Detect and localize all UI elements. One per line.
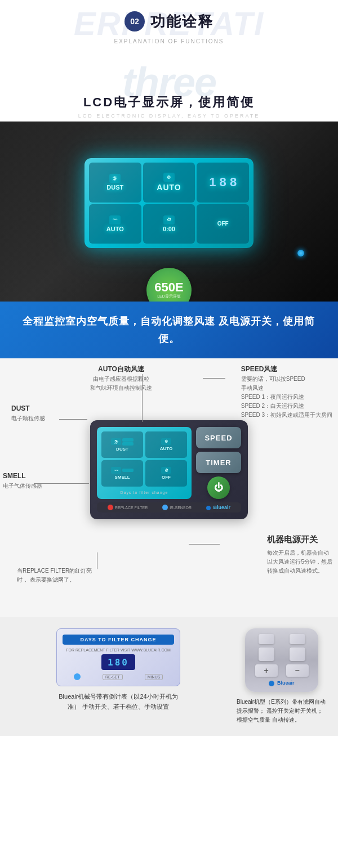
ir-sensor-indicator: IR-SENSOR: [162, 505, 192, 510]
lcd-image-area: 🌫 DUST ⚙ AUTO 1 8 8 〰 AUTO ⏱ 0:00 OFF 65…: [0, 122, 338, 302]
control-lcd-area: 🌫 DUST ⚙ AUTO 〰: [97, 427, 192, 499]
remote-top-buttons: [251, 634, 313, 644]
ctrl-auto-label: AUTO: [160, 446, 173, 451]
diagram-section: AUTO自动风速 由电子感应器根据颗粒和气味环境自动控制风速 DUST 电子颗粒…: [0, 358, 338, 617]
smell-icon: 〰: [109, 215, 121, 224]
speed-annotation: SPEED风速 需要的话，可以按SPEED手动风速SPEED 1：夜间运行风速S…: [241, 364, 332, 420]
control-panel: 🌫 DUST ⚙ AUTO 〰: [90, 420, 248, 519]
power-line: [189, 544, 220, 545]
remote-btn-3[interactable]: [259, 647, 274, 661]
filter-counter-display: 180: [101, 654, 135, 670]
power-annotation: 机器电源开关 每次开启后，机器会自动以大风速运行5分钟，然后转换成自动风速模式。: [267, 533, 332, 575]
ctrl-dust-cell: 🌫 DUST: [101, 431, 143, 458]
filter-line: [97, 552, 97, 569]
header-title: 功能诠释: [150, 12, 214, 32]
smell-annotation: SMELL 电子气体传感器: [3, 471, 42, 491]
ctrl-auto-cell: ⚙ AUTO: [145, 431, 187, 458]
lcd-panel: 🌫 DUST ⚙ AUTO 1 8 8 〰 AUTO ⏱ 0:00 OFF: [84, 158, 254, 248]
filter-counter-device: DAYS TO FILTER CHANGE FOR REPLACEMENT FI…: [56, 628, 180, 686]
header-section: ERPRETATI 02 功能诠释 EXPLANATION OF FUNCTIO…: [0, 0, 338, 56]
remote-blueair-logo: Blueair: [251, 680, 313, 686]
power-button[interactable]: ⏻: [207, 476, 230, 499]
dust-line: [59, 419, 87, 420]
blueair-logo-ctrl: Blueair: [206, 505, 230, 510]
speed-desc: 需要的话，可以按SPEED手动风速SPEED 1：夜间运行风速SPEED 2：白…: [241, 375, 332, 420]
ctrl-dust-label: DUST: [116, 447, 128, 452]
filter-indicator-dot: [74, 673, 81, 680]
bottom-right-description: Blueair机型（E系列）带有滤网自动提示报警； 遥控开关定时开关机；根据空气…: [237, 698, 327, 725]
remote-btn-4[interactable]: [290, 647, 305, 661]
smell-title: SMELL: [3, 471, 42, 482]
ir-blue-led: [162, 505, 168, 510]
header-subtitle: EXPLANATION OF FUNCTIONS: [11, 38, 327, 44]
remote-mid-buttons: [251, 647, 313, 661]
control-right-buttons: SPEED TIMER ⏻: [196, 427, 241, 499]
smell-line: [34, 483, 89, 484]
auto-line: [142, 374, 143, 422]
three-section: three LCD电子显示屏，使用简便 LCD ELECTRONIC DISPL…: [0, 56, 338, 122]
three-title: LCD电子显示屏，使用简便: [11, 94, 327, 111]
speed-line: [203, 378, 225, 379]
ctrl-smell-cell: 〰 SMELL: [101, 460, 143, 487]
model-badge: 650E LED显示屏版: [146, 268, 192, 302]
smell-label: AUTO: [106, 226, 124, 232]
timer-button[interactable]: TIMER: [196, 452, 241, 473]
section-badge: 02 功能诠释: [124, 11, 214, 32]
auto-title: AUTO自动风速: [90, 364, 152, 375]
filter-counter-label: DAYS TO FILTER CHANGE: [63, 635, 174, 645]
remote-minus-btn[interactable]: −: [286, 664, 309, 677]
filter-note: 当REPLACE FILTER的红灯亮时， 表示要换滤网了。: [17, 566, 101, 584]
remote-control-device: + − Blueair: [245, 628, 318, 692]
dust-desc: 电子颗粒传感: [11, 414, 45, 423]
ctrl-off-cell: ⏱ OFF: [145, 460, 187, 487]
lcd-off-cell: OFF: [197, 204, 249, 244]
bottom-left-description: Blueair机械号带有倒计表（以24小时开机为准） 手动开关、若干档位、手动设…: [56, 692, 180, 712]
replace-filter-indicator: REPLACE FILTER: [108, 505, 148, 510]
speed-title: SPEED风速: [241, 364, 332, 375]
ir-sensor-label: IR-SENSOR: [170, 506, 192, 510]
filter-bottom-row: RE-SET MINUS: [63, 673, 174, 680]
ctrl-smell-label: SMELL: [114, 475, 130, 480]
remote-plus-minus: + −: [251, 664, 313, 677]
ctrl-timer-icon: ⏱: [161, 467, 171, 474]
ctrl-smell-icon: 〰: [111, 467, 121, 474]
filter-minus-btn[interactable]: MINUS: [145, 674, 163, 680]
power-title: 机器电源开关: [267, 533, 332, 546]
lcd-auto-cell: ⚙ AUTO: [143, 163, 195, 203]
replace-filter-label: REPLACE FILTER: [115, 506, 148, 510]
dust-title: DUST: [11, 403, 45, 414]
speed-button[interactable]: SPEED: [196, 427, 241, 448]
power-desc: 每次开启后，机器会自动以大风速运行5分钟，然后转换成自动风速模式。: [267, 548, 332, 575]
dust-annotation: DUST 电子颗粒传感: [11, 403, 45, 423]
bottom-left: DAYS TO FILTER CHANGE FOR REPLACEMENT FI…: [11, 628, 225, 712]
auto-desc: 由电子感应器根据颗粒和气味环境自动控制风速: [90, 375, 152, 393]
lcd-smell-cell: 〰 AUTO: [89, 204, 141, 244]
blue-banner: 全程监控室内空气质量，自动化调整风速 及电源开关，使用简便。: [0, 302, 338, 358]
ctrl-fan-icon: ⚙: [161, 438, 171, 445]
filter-annotation: 当REPLACE FILTER的红灯亮时， 表示要换滤网了。: [17, 566, 101, 584]
control-bottom-bar: REPLACE FILTER IR-SENSOR Blueair: [97, 502, 241, 512]
lcd-number-cell: 1 8 8: [197, 163, 249, 203]
days-label: Days to filter change: [101, 491, 187, 494]
svg-point-0: [206, 506, 211, 510]
lcd-dust-cell: 🌫 DUST: [89, 163, 141, 203]
model-number: 650E: [154, 281, 183, 294]
remote-plus-btn[interactable]: +: [255, 664, 278, 677]
three-subtitle: LCD ELECTRONIC DISPLAY, EASY TO OPERATE: [11, 113, 327, 119]
remote-btn-2[interactable]: [290, 634, 305, 644]
bottom-right: + − Blueair Blueair机型（E系列）带有滤网自动提示报警； 遥控…: [237, 628, 327, 725]
fan-icon: ⚙: [163, 173, 175, 182]
filter-counter-sub: FOR REPLACEMENT FILTER VISIT WWW.BLUEAIR…: [63, 648, 174, 652]
filter-red-led: [108, 505, 113, 510]
filter-reset-btn[interactable]: RE-SET: [103, 674, 123, 680]
remote-btn-1[interactable]: [259, 634, 274, 644]
off-text: OFF: [217, 221, 229, 227]
lcd-number: 1 8 8: [209, 175, 237, 190]
model-sub: LED显示屏版: [157, 294, 181, 299]
badge-number: 02: [124, 11, 145, 32]
ctrl-dust-icon: 🌫: [111, 438, 121, 445]
auto-annotation: AUTO自动风速 由电子感应器根据颗粒和气味环境自动控制风速: [90, 364, 152, 393]
svg-point-1: [269, 681, 274, 686]
lcd-indicator-dot: [297, 250, 304, 257]
banner-text: 全程监控室内空气质量，自动化调整风速 及电源开关，使用简便。: [23, 313, 315, 347]
